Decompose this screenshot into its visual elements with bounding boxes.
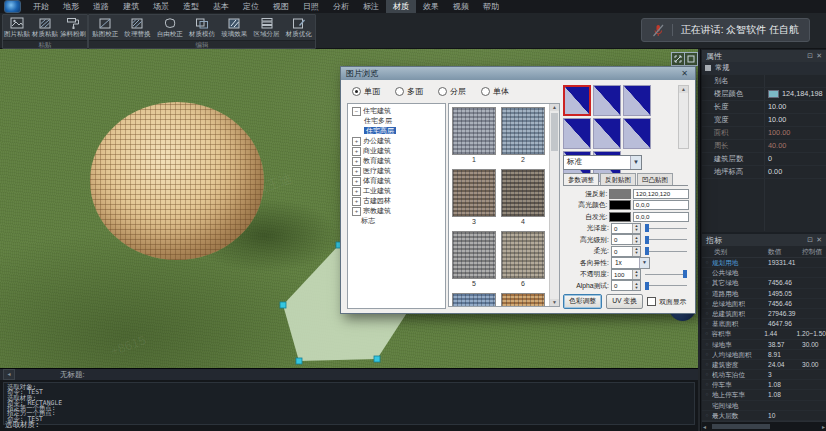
tree-item[interactable]: +医疗建筑: [348, 166, 445, 176]
tree-item[interactable]: −住宅建筑: [348, 106, 445, 116]
slider-thumb[interactable]: [645, 236, 649, 244]
texture-tile[interactable]: [563, 118, 591, 149]
opacity-slider[interactable]: [645, 270, 687, 279]
indicators-horizontal-scrollbar[interactable]: ◂ ▸: [702, 421, 826, 431]
ribbon-button-picture-paste[interactable]: 图片粘贴: [3, 15, 31, 40]
pin-icon[interactable]: ⊡: [807, 52, 813, 60]
menu-tab[interactable]: 场景: [146, 0, 176, 13]
tree-item[interactable]: 标志: [348, 216, 445, 226]
menu-tab[interactable]: 帮助: [476, 0, 506, 13]
tree-item[interactable]: +商业建筑: [348, 146, 445, 156]
collapse-panel-icon[interactable]: ◂: [3, 369, 15, 380]
spinner-arrows-icon[interactable]: ▲▼: [632, 235, 640, 244]
radio-single-body[interactable]: 单体: [481, 86, 509, 97]
tree-item[interactable]: +工业建筑: [348, 186, 445, 196]
tree-item[interactable]: +体育建筑: [348, 176, 445, 186]
texture-thumbnail[interactable]: 7: [452, 293, 496, 307]
tree-item[interactable]: 住宅多层: [348, 116, 445, 126]
menu-tab[interactable]: 建筑: [116, 0, 146, 13]
tab-param-adjust[interactable]: 参数调整: [563, 173, 599, 185]
slider-thumb[interactable]: [645, 247, 649, 255]
dialog-close-icon[interactable]: ✕: [679, 69, 690, 78]
menu-tab[interactable]: 分析: [326, 0, 356, 13]
property-row[interactable]: 地坪标高0.00: [702, 166, 826, 179]
diffuse-value-input[interactable]: 120,120,120: [633, 189, 689, 199]
scroll-thumb[interactable]: [712, 424, 770, 429]
slider-thumb[interactable]: [645, 282, 649, 290]
spinner-arrows-icon[interactable]: ▲▼: [632, 224, 640, 233]
property-row[interactable]: 长度10.00: [702, 101, 826, 114]
pin-icon[interactable]: ⊡: [807, 236, 813, 244]
property-row[interactable]: 宽度10.00: [702, 114, 826, 127]
diffuse-color-swatch[interactable]: [609, 189, 630, 199]
texture-thumbnail[interactable]: 3: [452, 169, 496, 226]
self-illum-value-input[interactable]: 0,0,0: [633, 212, 689, 222]
ribbon-button-region-layer[interactable]: 区域分层: [250, 15, 282, 40]
tree-item[interactable]: +教育建筑: [348, 156, 445, 166]
fullscreen-icon[interactable]: [684, 52, 698, 66]
menu-tab[interactable]: 造型: [176, 0, 206, 13]
expand-icon[interactable]: +: [352, 147, 361, 156]
texture-tile[interactable]: [623, 118, 651, 149]
expand-icon[interactable]: +: [352, 157, 361, 166]
specular-level-slider[interactable]: [645, 235, 687, 244]
close-icon[interactable]: ✕: [816, 52, 822, 60]
collapse-icon[interactable]: −: [352, 107, 361, 116]
scroll-right-icon[interactable]: ▸: [822, 423, 825, 430]
texture-thumbnail[interactable]: 6: [501, 231, 545, 288]
expand-icon[interactable]: +: [352, 177, 361, 186]
texture-thumbnail[interactable]: 1: [452, 107, 496, 164]
alpha-test-spinner[interactable]: 0▲▼: [611, 280, 641, 291]
expand-icon[interactable]: +: [352, 207, 361, 216]
specular-level-spinner[interactable]: 0▲▼: [611, 234, 641, 245]
tree-item[interactable]: +古建园林: [348, 196, 445, 206]
texture-thumbnail[interactable]: 5: [452, 231, 496, 288]
wicker-dome-model[interactable]: [90, 102, 264, 260]
menu-tab[interactable]: 视图: [266, 0, 296, 13]
command-history[interactable]: 选取对象: 命令: TEST 选取材质: 命令: RECTANGLE 指定第一个…: [3, 382, 695, 425]
scroll-down-icon[interactable]: ▼: [550, 299, 559, 306]
expand-icon[interactable]: +: [352, 197, 361, 206]
specular-color-swatch[interactable]: [609, 200, 630, 210]
tree-item[interactable]: +办公建筑: [348, 136, 445, 146]
menu-tab[interactable]: 标注: [356, 0, 386, 13]
soften-slider[interactable]: [645, 247, 687, 256]
command-input[interactable]: 选取材质:: [5, 420, 40, 430]
slider-thumb[interactable]: [645, 224, 649, 232]
color-swatch[interactable]: [768, 90, 779, 98]
opacity-spinner[interactable]: 100▲▼: [611, 269, 641, 280]
texture-tile[interactable]: [623, 85, 651, 116]
ribbon-button-map-correct[interactable]: 贴图校正: [89, 15, 121, 40]
alpha-test-slider[interactable]: [645, 281, 687, 290]
fit-view-icon[interactable]: [671, 52, 685, 66]
texture-grid-scrollbar[interactable]: ▲: [678, 85, 689, 149]
texture-thumbnail[interactable]: 2: [501, 107, 545, 164]
glossiness-spinner[interactable]: 0▲▼: [611, 223, 641, 234]
app-logo-icon[interactable]: [4, 0, 21, 13]
menu-tab[interactable]: 基本: [206, 0, 236, 13]
expand-icon[interactable]: +: [352, 167, 361, 176]
ribbon-button-free-correct[interactable]: 自由校正: [154, 15, 186, 40]
dialog-title-bar[interactable]: 图片浏览 ✕: [341, 67, 695, 80]
expand-icon[interactable]: +: [352, 137, 361, 146]
menu-tab[interactable]: 道路: [86, 0, 116, 13]
double-sided-checkbox[interactable]: 双面显示: [647, 297, 686, 307]
close-icon[interactable]: ✕: [816, 236, 822, 244]
spinner-arrows-icon[interactable]: ▲▼: [632, 247, 640, 256]
ribbon-button-material-imitate[interactable]: 材质模仿: [186, 15, 218, 40]
anisotropy-dropdown[interactable]: 1x▼: [611, 257, 650, 269]
tree-item[interactable]: +宗教建筑: [348, 206, 445, 216]
command-tab-label[interactable]: 无标题:: [60, 370, 85, 380]
texture-thumbnail[interactable]: 4: [501, 169, 545, 226]
radio-layered[interactable]: 分层: [438, 86, 466, 97]
preset-dropdown[interactable]: 标准 ▼: [563, 155, 642, 170]
color-adjust-button[interactable]: 色彩调整: [563, 294, 602, 309]
menu-tab[interactable]: 定位: [236, 0, 266, 13]
radio-single-face[interactable]: 单面: [352, 86, 380, 97]
ribbon-button-paint-brush[interactable]: 涂料粉刷: [59, 15, 87, 40]
spinner-arrows-icon[interactable]: ▲▼: [632, 270, 640, 279]
self-illum-color-swatch[interactable]: [609, 212, 630, 222]
ribbon-button-material-paste[interactable]: 材质粘贴: [31, 15, 59, 40]
property-group-row[interactable]: 常规: [702, 62, 826, 75]
scroll-left-icon[interactable]: ◂: [703, 423, 706, 430]
